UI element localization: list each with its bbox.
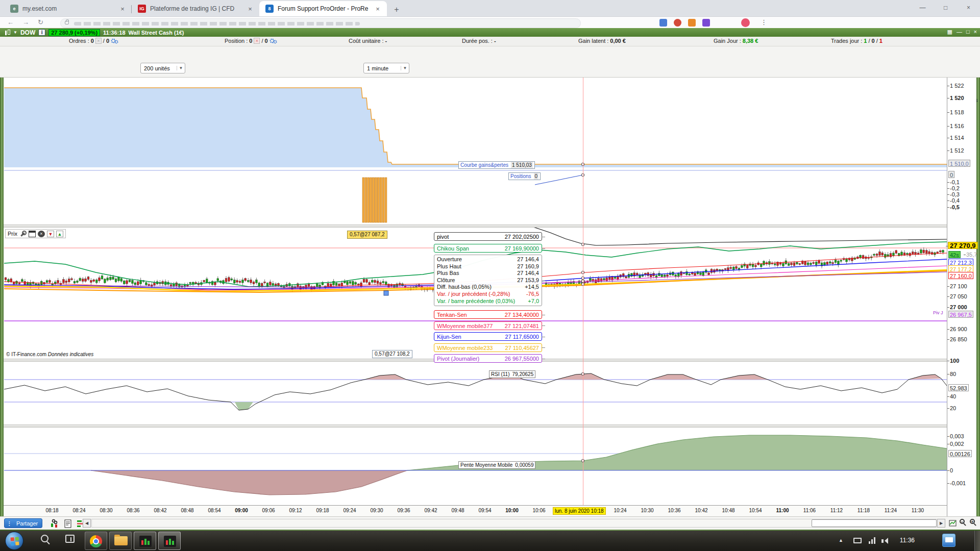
link-charts-icon[interactable] [49, 518, 59, 528]
address-bar[interactable] [60, 18, 581, 28]
tab-title: my.eset.com [22, 5, 114, 12]
taskbar-prorealtime-button[interactable] [134, 532, 156, 550]
time-tick-label: 11:06 [803, 508, 816, 513]
equity-curve-chart[interactable] [4, 78, 947, 171]
buy-arrow-icon[interactable]: ▲ [56, 231, 63, 237]
panel-divider[interactable] [4, 224, 947, 228]
horizontal-scrollbar[interactable]: ◀ ▶ [83, 519, 945, 528]
zoom-chart-icon[interactable] [948, 518, 958, 528]
zoom-in-icon[interactable]: + [969, 518, 978, 528]
panel-divider[interactable] [4, 424, 947, 428]
time-tick-label: 09:42 [424, 508, 437, 513]
tray-expand-icon[interactable]: ▲ [839, 538, 843, 543]
instrument-symbol[interactable]: DOW [20, 29, 35, 36]
close-icon[interactable]: × [38, 231, 45, 237]
units-dropdown[interactable]: 200 unités ▼ [140, 63, 185, 73]
axis-label: 27 160,0 [948, 272, 973, 279]
position-settings-gear-icon[interactable] [270, 38, 277, 44]
extension-icon[interactable] [688, 19, 696, 27]
window-maximize-icon[interactable]: □ [966, 29, 970, 35]
browser-tab-strip: e my.eset.com × IG Plateforme de trading… [0, 0, 980, 16]
task-view-icon[interactable] [65, 535, 75, 543]
tooltip-name: Chikou Span [437, 245, 469, 252]
slope-label: Pente Moyenne Mobile 0,00059 [458, 461, 535, 469]
close-position-icon[interactable]: × [254, 38, 260, 44]
positions-chart[interactable] [4, 171, 947, 224]
taskbar-clock[interactable]: 11:36 [900, 537, 915, 544]
info-button[interactable]: i [38, 29, 45, 36]
tab-close-icon[interactable]: × [246, 5, 254, 13]
latent-gain-label: Gain latent : [578, 38, 608, 44]
symbol-dropdown-icon[interactable]: ▼ [13, 30, 17, 35]
tab-proorder-active[interactable]: 8 Forum Support ProOrder - ProRe × [259, 1, 387, 16]
extension-icon[interactable] [659, 19, 667, 27]
time-tick-label: 08:36 [127, 508, 139, 513]
sell-arrow-icon[interactable]: ▼ [47, 231, 54, 237]
tooltip-indicator-row: WMoyenne mobile37727 121,07481 [434, 321, 542, 330]
share-label: Partager [16, 520, 38, 527]
tab-close-icon[interactable]: × [374, 5, 382, 13]
positions-label: Positions 0 [508, 172, 541, 180]
orders-settings-gear-icon[interactable] [111, 38, 118, 44]
pivot-level-tag: Piv J [933, 310, 943, 315]
browser-minimize-button[interactable]: — [911, 0, 934, 15]
axis-label: 0 [950, 467, 953, 474]
axis-label: 0,003 [950, 433, 964, 440]
extension-icon[interactable] [674, 19, 681, 27]
axis-label: 42s [948, 251, 961, 258]
taskbar-chrome-button[interactable] [85, 532, 107, 550]
back-icon[interactable]: ← [7, 18, 14, 26]
time-tick-label: 11:18 [857, 508, 870, 513]
axis-label: 1 514 [950, 134, 964, 141]
market-name: Wall Street Cash (1€) [129, 30, 184, 36]
cancel-orders-icon[interactable]: × [95, 38, 102, 44]
tooltip-name: pivot [437, 233, 449, 240]
start-button[interactable] [5, 532, 23, 550]
notification-icon[interactable] [942, 534, 955, 547]
browser-maximize-button[interactable]: □ [934, 0, 957, 15]
reload-icon[interactable]: ↻ [38, 18, 43, 26]
candlestick-app-icon [139, 536, 152, 547]
scrollbar-thumb[interactable] [812, 519, 937, 527]
time-tick-label: 10:48 [722, 508, 734, 513]
notes-icon[interactable] [62, 518, 72, 528]
tab-title: Plateforme de trading IG | CFD [150, 5, 242, 12]
taskbar-search-icon[interactable] [41, 535, 48, 542]
time-tick-label: 11:00 [776, 508, 789, 513]
tab-ig[interactable]: IG Plateforme de trading IG | CFD × [132, 1, 259, 16]
volume-icon[interactable] [885, 538, 888, 544]
profile-avatar[interactable] [741, 18, 750, 27]
axis-label: 1 520 [950, 94, 964, 102]
browser-close-button[interactable]: × [957, 0, 980, 15]
position-count-2: 0 [264, 38, 267, 44]
timeframe-dropdown[interactable]: 1 minute ▼ [363, 63, 409, 73]
tooltip-indicator-blocks: Tenkan-Sen27 134,40000WMoyenne mobile377… [434, 310, 542, 363]
rsi-chart[interactable] [4, 361, 947, 424]
window-close-icon[interactable]: × [974, 29, 977, 35]
scroll-right-button[interactable]: ▶ [937, 519, 945, 528]
display-icon[interactable] [853, 538, 862, 543]
show-desktop-button[interactable] [974, 531, 980, 551]
tab-close-icon[interactable]: × [118, 5, 127, 13]
tab-eset[interactable]: e my.eset.com × [4, 1, 132, 16]
extension-icon[interactable] [702, 19, 710, 27]
taskbar-prorealtime-button-2[interactable] [158, 532, 181, 550]
browser-menu-icon[interactable]: ⋮ [761, 18, 767, 26]
window-minimize-icon[interactable]: — [957, 29, 962, 35]
zoom-out-icon[interactable]: − [959, 518, 968, 528]
scrollbar-track[interactable] [91, 519, 937, 528]
keyboard-icon[interactable]: ▦ [947, 29, 952, 35]
scroll-left-button[interactable]: ◀ [83, 519, 91, 528]
axis-label: 27 270,9 [948, 242, 978, 249]
time-tick-label: 09:06 [262, 508, 275, 513]
settings-wrench-icon[interactable] [19, 231, 27, 237]
indicative-data-note: Données indicatives [48, 352, 94, 357]
network-icon[interactable] [869, 537, 876, 544]
forward-icon[interactable]: → [22, 18, 29, 26]
share-button[interactable]: Partager [4, 518, 42, 528]
window-icon[interactable] [29, 231, 36, 237]
chevron-down-icon: ▼ [177, 66, 185, 70]
taskbar-explorer-button[interactable] [109, 532, 132, 550]
new-tab-button[interactable]: + [390, 3, 403, 16]
latent-gain-status: Gain latent : 0,00 € [578, 38, 626, 44]
